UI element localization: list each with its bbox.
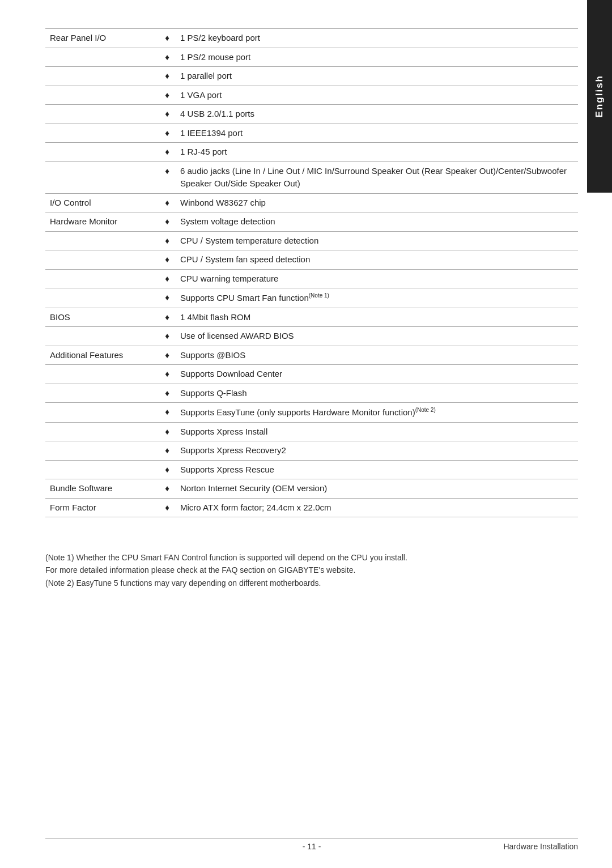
bullet-symbol: ♦: [159, 48, 176, 67]
spec-value: 4 USB 2.0/1.1 ports: [176, 105, 578, 124]
table-row: ♦1 IEEE1394 port: [45, 124, 578, 143]
bullet-symbol: ♦: [159, 460, 176, 479]
bullet-symbol: ♦: [159, 105, 176, 124]
table-row: ♦1 parallel port: [45, 67, 578, 86]
section-label-additional-features: Additional Features: [45, 346, 159, 365]
table-row: ♦4 USB 2.0/1.1 ports: [45, 105, 578, 124]
table-row: I/O Control♦Winbond W83627 chip: [45, 193, 578, 212]
section-label-hardware-monitor: [45, 288, 159, 308]
english-label: English: [594, 75, 605, 117]
bullet-symbol: ♦: [159, 441, 176, 461]
table-row: ♦6 audio jacks (Line In / Line Out / MIC…: [45, 161, 578, 193]
bullet-symbol: ♦: [159, 212, 176, 232]
bullet-symbol: ♦: [159, 384, 176, 403]
table-row: Bundle Software♦Norton Internet Security…: [45, 479, 578, 499]
spec-value: 1 parallel port: [176, 67, 578, 86]
section-label-rear-panel: Rear Panel I/O: [45, 29, 159, 48]
bullet-symbol: ♦: [159, 269, 176, 288]
spec-value: Winbond W83627 chip: [176, 193, 578, 212]
footer-notes: (Note 1) Whether the CPU Smart FAN Contr…: [45, 551, 578, 589]
spec-value: Supports Q-Flash: [176, 384, 578, 403]
spec-value: Micro ATX form factor; 24.4cm x 22.0cm: [176, 498, 578, 517]
bullet-symbol: ♦: [159, 288, 176, 308]
english-tab: English: [587, 0, 612, 193]
spec-value: 1 4Mbit flash ROM: [176, 308, 578, 327]
table-row: Hardware Monitor♦System voltage detectio…: [45, 212, 578, 232]
table-row: BIOS♦1 4Mbit flash ROM: [45, 308, 578, 327]
footer-right: Hardware Installation: [503, 842, 578, 851]
section-label-bios: BIOS: [45, 308, 159, 327]
bullet-symbol: ♦: [159, 365, 176, 384]
bullet-symbol: ♦: [159, 327, 176, 346]
spec-value: 1 PS/2 keyboard port: [176, 29, 578, 48]
spec-value: Supports @BIOS: [176, 346, 578, 365]
spec-value: 1 PS/2 mouse port: [176, 48, 578, 67]
section-label-hardware-monitor: [45, 269, 159, 288]
table-row: ♦Supports Xpress Install: [45, 422, 578, 441]
section-label-additional-features: [45, 403, 159, 423]
table-row: Form Factor♦Micro ATX form factor; 24.4c…: [45, 498, 578, 517]
bullet-symbol: ♦: [159, 250, 176, 270]
page-container: English Rear Panel I/O♦1 PS/2 keyboard p…: [0, 0, 612, 868]
spec-value: Supports EasyTune (only supports Hardwar…: [176, 403, 578, 423]
spec-value: 1 IEEE1394 port: [176, 124, 578, 143]
table-row: ♦Supports Download Center: [45, 365, 578, 384]
section-label-additional-features: [45, 384, 159, 403]
table-row: ♦1 VGA port: [45, 86, 578, 105]
table-row: Rear Panel I/O♦1 PS/2 keyboard port: [45, 29, 578, 48]
spec-value: Use of licensed AWARD BIOS: [176, 327, 578, 346]
section-label-form-factor: Form Factor: [45, 498, 159, 517]
section-label-rear-panel: [45, 48, 159, 67]
section-label-rear-panel: [45, 86, 159, 105]
section-label-io-control: I/O Control: [45, 193, 159, 212]
section-label-rear-panel: [45, 105, 159, 124]
spec-value: CPU / System fan speed detection: [176, 250, 578, 270]
note-2: (Note 2) EasyTune 5 functions may vary d…: [45, 577, 578, 589]
section-label-rear-panel: [45, 67, 159, 86]
page-number: - 11 -: [303, 842, 321, 851]
bottom-bar: - 11 - Hardware Installation: [45, 838, 578, 851]
bullet-symbol: ♦: [159, 86, 176, 105]
bullet-symbol: ♦: [159, 161, 176, 193]
spec-value: Norton Internet Security (OEM version): [176, 479, 578, 499]
table-row: ♦Supports Xpress Recovery2: [45, 441, 578, 461]
bullet-symbol: ♦: [159, 498, 176, 517]
note-1-line2: For more detailed information please che…: [45, 564, 578, 576]
spec-value: Supports Download Center: [176, 365, 578, 384]
bullet-symbol: ♦: [159, 193, 176, 212]
table-row: ♦CPU / System fan speed detection: [45, 250, 578, 270]
section-label-additional-features: [45, 441, 159, 461]
table-row: ♦CPU / System temperature detection: [45, 231, 578, 250]
bullet-symbol: ♦: [159, 403, 176, 423]
section-label-hardware-monitor: Hardware Monitor: [45, 212, 159, 232]
spec-value: CPU / System temperature detection: [176, 231, 578, 250]
section-label-additional-features: [45, 422, 159, 441]
bullet-symbol: ♦: [159, 308, 176, 327]
section-label-rear-panel: [45, 124, 159, 143]
spec-value: 1 RJ-45 port: [176, 143, 578, 162]
section-label-bundle-software: Bundle Software: [45, 479, 159, 499]
spec-value: Supports CPU Smart Fan function(Note 1): [176, 288, 578, 308]
table-row: ♦Supports Q-Flash: [45, 384, 578, 403]
bullet-symbol: ♦: [159, 479, 176, 499]
table-row: ♦Supports EasyTune (only supports Hardwa…: [45, 403, 578, 423]
table-row: ♦1 RJ-45 port: [45, 143, 578, 162]
spec-value: 1 VGA port: [176, 86, 578, 105]
table-row: ♦Use of licensed AWARD BIOS: [45, 327, 578, 346]
spec-value: System voltage detection: [176, 212, 578, 232]
bullet-symbol: ♦: [159, 29, 176, 48]
bullet-symbol: ♦: [159, 422, 176, 441]
table-row: Additional Features♦Supports @BIOS: [45, 346, 578, 365]
section-label-hardware-monitor: [45, 231, 159, 250]
table-row: ♦Supports CPU Smart Fan function(Note 1): [45, 288, 578, 308]
bullet-symbol: ♦: [159, 67, 176, 86]
note-1-line1: (Note 1) Whether the CPU Smart FAN Contr…: [45, 551, 578, 564]
spec-value: 6 audio jacks (Line In / Line Out / MIC …: [176, 161, 578, 193]
bullet-symbol: ♦: [159, 143, 176, 162]
table-row: ♦1 PS/2 mouse port: [45, 48, 578, 67]
spec-value: Supports Xpress Recovery2: [176, 441, 578, 461]
bullet-symbol: ♦: [159, 231, 176, 250]
bullet-symbol: ♦: [159, 124, 176, 143]
spec-value: CPU warning temperature: [176, 269, 578, 288]
spec-value: Supports Xpress Install: [176, 422, 578, 441]
